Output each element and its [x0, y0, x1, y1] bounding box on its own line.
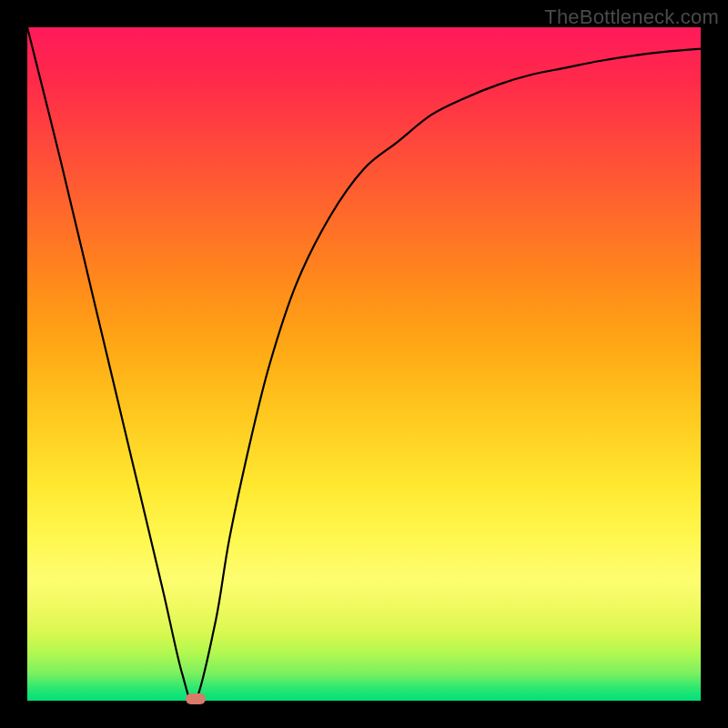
- optimal-point-marker: [186, 693, 206, 704]
- bottleneck-curve: [27, 27, 701, 701]
- watermark-text: TheBottleneck.com: [544, 5, 719, 29]
- chart-container: TheBottleneck.com: [0, 0, 728, 728]
- plot-area: [27, 27, 701, 701]
- curve-layer: [27, 27, 701, 701]
